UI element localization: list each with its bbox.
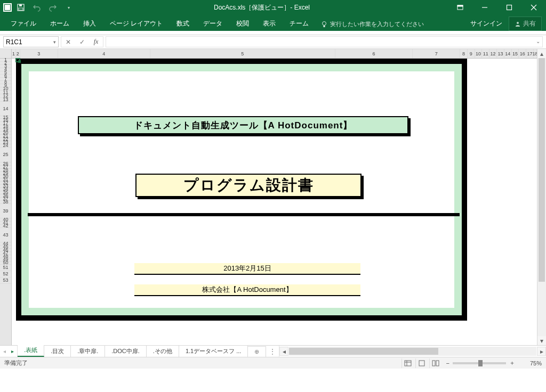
name-box[interactable]: R1C1 ▾	[3, 36, 59, 47]
svg-point-11	[517, 22, 519, 24]
column-header[interactable]: 11	[482, 49, 489, 58]
window-title: DocAcs.xls［保護ビュー］- Excel	[76, 3, 448, 12]
share-button[interactable]: 共有	[509, 17, 542, 31]
tab-nav-first[interactable]: ◂	[3, 348, 6, 354]
sheet-tab-toc[interactable]: .目次	[44, 345, 71, 357]
column-header[interactable]: 14	[504, 49, 512, 58]
svg-rect-6	[507, 5, 512, 10]
row-header[interactable]: 51	[0, 265, 11, 271]
name-box-value: R1C1	[6, 38, 22, 46]
column-header[interactable]: 10	[475, 49, 483, 58]
zoom-percentage[interactable]: 75%	[518, 360, 542, 366]
horizontal-scrollbar[interactable]: ◂ ▸	[279, 346, 546, 357]
column-header[interactable]: 18	[534, 49, 537, 58]
enter-formula-button[interactable]: ✓	[75, 38, 89, 46]
ribbon-display-options[interactable]	[448, 0, 472, 15]
column-header[interactable]: 2	[16, 49, 20, 58]
tab-home[interactable]: ホーム	[44, 16, 76, 31]
cancel-formula-button[interactable]: ✕	[61, 38, 75, 46]
tab-insert[interactable]: 挿入	[77, 16, 102, 31]
sheet-tabs: .表紙 .目次 .章中扉. .DOC中扉. .その他 1.1データベースフ ..…	[18, 346, 279, 357]
column-header[interactable]: 6	[335, 49, 413, 58]
scroll-left-button[interactable]: ◂	[279, 347, 288, 356]
zoom-slider-thumb[interactable]	[478, 360, 483, 366]
zoom-slider[interactable]	[453, 362, 506, 364]
maximize-button[interactable]	[497, 0, 521, 15]
sheet-tab-doc[interactable]: .DOC中扉.	[105, 345, 147, 357]
view-switcher	[402, 358, 442, 368]
zoom-out-button[interactable]: −	[446, 360, 449, 366]
tab-file[interactable]: ファイル	[4, 16, 43, 31]
column-header[interactable]: 9	[468, 49, 475, 58]
grid[interactable]: 123456789101112131415161718 ドキュメント自動生成ツー…	[12, 49, 537, 345]
column-header[interactable]: 5	[150, 49, 335, 58]
vertical-scrollbar[interactable]: ▴ ▾	[537, 49, 546, 345]
sheet-tab-chapter[interactable]: .章中扉.	[71, 345, 105, 357]
svg-rect-4	[457, 5, 463, 6]
row-header[interactable]: 52	[0, 271, 11, 277]
tab-review[interactable]: 校閲	[230, 16, 255, 31]
row-headers: 1234567891011121314151617181920212223242…	[0, 49, 12, 345]
column-header[interactable]: 15	[512, 49, 519, 58]
window-controls	[448, 0, 546, 15]
svg-rect-12	[405, 361, 411, 366]
sheet-tab-db[interactable]: 1.1データベースフ ...	[179, 345, 248, 357]
row-header[interactable]: 53	[0, 277, 11, 284]
undo-button[interactable]	[30, 1, 44, 14]
new-sheet-button[interactable]: ⊕	[248, 346, 266, 357]
hscroll-track[interactable]	[289, 347, 536, 356]
column-header[interactable]: 1	[12, 49, 16, 58]
column-header[interactable]: 8	[460, 49, 468, 58]
normal-view-button[interactable]	[402, 358, 414, 368]
column-header[interactable]: 4	[58, 49, 150, 58]
ribbon-tabs: ファイル ホーム 挿入 ページ レイアウト 数式 データ 校閲 表示 チーム 実…	[0, 15, 546, 31]
sheet-tab-other[interactable]: .その他	[147, 345, 179, 357]
sign-in[interactable]: サインイン	[465, 17, 508, 31]
status-ready: 準備完了	[4, 359, 28, 367]
status-bar: 準備完了 − ＋ 75%	[0, 357, 546, 369]
column-header[interactable]: 3	[20, 49, 58, 58]
scroll-up-button[interactable]: ▴	[537, 49, 546, 58]
page-break-view-button[interactable]	[429, 358, 442, 368]
tab-page-layout[interactable]: ページ レイアウト	[103, 16, 169, 31]
zoom-in-button[interactable]: ＋	[509, 359, 515, 367]
sheet-tab-cover[interactable]: .表紙	[18, 344, 44, 357]
row-header[interactable]: 39	[0, 204, 11, 218]
tab-view[interactable]: 表示	[256, 16, 282, 31]
redo-button[interactable]	[46, 1, 60, 14]
sheet-tab-overflow[interactable]: ⋮	[266, 346, 279, 357]
tab-nav-next[interactable]: ▸	[11, 348, 14, 354]
cells-canvas[interactable]: ドキュメント自動生成ツール【A HotDocument】 プログラム設計書 20…	[12, 59, 537, 345]
formula-buttons: ✕ ✓ fx	[61, 36, 103, 47]
scroll-right-button[interactable]: ▸	[537, 347, 546, 356]
insert-function-button[interactable]: fx	[89, 38, 103, 46]
scroll-down-button[interactable]: ▾	[537, 336, 546, 345]
row-header[interactable]: 25	[0, 148, 11, 162]
formula-input[interactable]: ⌄	[106, 36, 543, 47]
expand-formula-bar[interactable]: ⌄	[536, 38, 540, 44]
page-layout-view-button[interactable]	[415, 358, 428, 368]
vscroll-thumb[interactable]	[539, 58, 545, 282]
close-button[interactable]	[521, 0, 546, 15]
main-title: プログラム設計書	[135, 174, 362, 197]
column-header[interactable]: 13	[497, 49, 504, 58]
tab-data[interactable]: データ	[197, 16, 229, 31]
row-header[interactable]: 43	[0, 228, 11, 242]
save-button[interactable]	[14, 1, 28, 14]
hscroll-thumb[interactable]	[289, 348, 438, 355]
qat-customize[interactable]: ▾	[62, 1, 76, 14]
row-header[interactable]: 14	[0, 102, 11, 116]
date-field: 2013年2月15日	[134, 263, 360, 275]
tab-team[interactable]: チーム	[283, 16, 315, 31]
vscroll-track[interactable]	[537, 58, 546, 336]
minimize-button[interactable]	[472, 0, 497, 15]
column-header[interactable]: 16	[519, 49, 526, 58]
column-header[interactable]: 7	[413, 49, 460, 58]
sheet-tab-nav: ◂ ▸	[0, 346, 18, 357]
tell-me-label: 実行したい作業を入力してください	[330, 20, 424, 28]
tell-me[interactable]: 実行したい作業を入力してください	[316, 18, 428, 31]
column-header[interactable]: 12	[489, 49, 497, 58]
tab-formulas[interactable]: 数式	[170, 16, 196, 31]
chevron-down-icon: ▾	[53, 39, 56, 45]
row-header[interactable]: 13	[0, 98, 11, 102]
